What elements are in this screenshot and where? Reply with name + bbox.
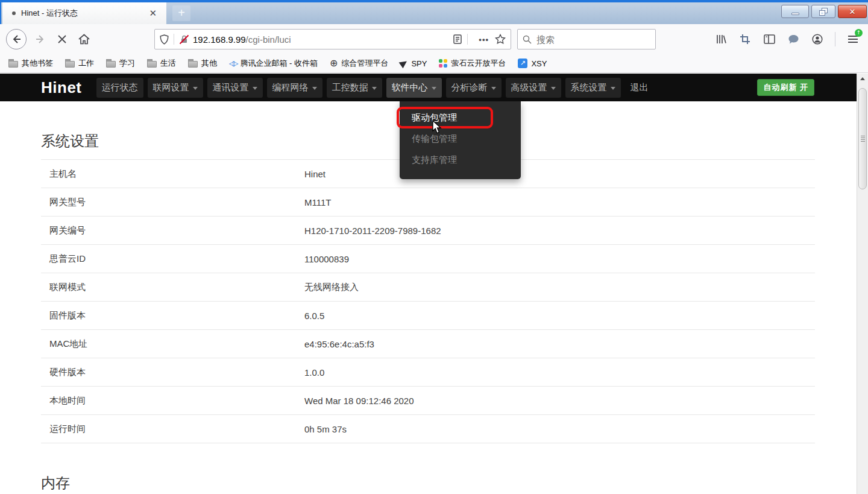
bookmark-label: 生活 — [160, 58, 176, 69]
page-viewport: Hinet 运行状态 联网设置 通讯设置 编程网络 工控数据 — [0, 74, 857, 494]
bookmark-item[interactable]: 其他 — [188, 58, 217, 69]
dropdown-item-transfer-package[interactable]: 传输包管理 — [400, 128, 521, 150]
xsy-icon: ↗ — [518, 59, 527, 68]
table-row: 联网模式 无线网络接入 — [41, 273, 815, 302]
bookmark-item[interactable]: 萤石云开放平台 — [439, 58, 506, 69]
bookmark-label: SPY — [411, 59, 427, 68]
url-text[interactable]: 192.168.9.99/cgi-bin/luci — [193, 34, 453, 45]
bookmark-item[interactable]: 工作 — [65, 58, 94, 69]
bookmark-label: 学习 — [119, 58, 135, 69]
search-bar[interactable] — [517, 29, 656, 49]
chevron-down-icon — [432, 87, 436, 90]
bookmark-label: XSY — [531, 59, 547, 68]
row-value: H120-1710-2011-2209-7989-1682 — [304, 226, 815, 236]
chevron-down-icon — [491, 87, 496, 90]
page-scrollbar[interactable] — [857, 74, 868, 494]
page-actions-icon[interactable]: ••• — [479, 35, 489, 44]
globe-icon: ⊕ — [330, 59, 338, 68]
nav-item-comm-settings[interactable]: 通讯设置 — [207, 78, 263, 98]
tencent-exmail-icon: ◁▷ — [229, 59, 236, 68]
nav-item-network-settings[interactable]: 联网设置 — [148, 78, 203, 98]
url-host: 192.168.9.99 — [193, 34, 246, 45]
bookmark-item[interactable]: 生活 — [147, 58, 176, 69]
toolbar-divider — [835, 32, 835, 46]
close-button[interactable]: ✕ — [838, 5, 867, 18]
bookmark-item[interactable]: ◁▷ 腾讯企业邮箱 - 收件箱 — [229, 58, 318, 69]
software-center-dropdown: 驱动包管理 传输包管理 支持库管理 — [400, 101, 521, 179]
dropdown-item-support-library[interactable]: 支持库管理 — [400, 150, 521, 171]
bookmark-label: 腾讯企业邮箱 - 收件箱 — [240, 58, 318, 69]
bookmark-star-icon[interactable] — [495, 34, 506, 45]
browser-window: Hinet - 运行状态 ✕ + ✕ — [0, 0, 868, 494]
chevron-down-icon — [372, 87, 377, 90]
chevron-down-icon — [253, 87, 257, 90]
search-input[interactable] — [536, 34, 639, 45]
bookmark-item[interactable]: SPY — [400, 59, 427, 68]
nav-item-advanced-settings[interactable]: 高级设置 — [506, 78, 561, 98]
row-label: MAC地址 — [49, 338, 304, 350]
reader-mode-icon[interactable] — [453, 34, 462, 44]
screenshot-crop-icon[interactable] — [736, 30, 754, 48]
chevron-down-icon — [611, 87, 615, 90]
back-button[interactable] — [6, 29, 27, 49]
site-logo[interactable]: Hinet — [41, 78, 82, 97]
table-row: 思普云ID 110000839 — [41, 245, 815, 273]
auto-refresh-toggle[interactable]: 自动刷新 开 — [757, 79, 814, 96]
table-row: MAC地址 e4:95:6e:4c:a5:f3 — [41, 330, 815, 358]
nav-item-software-center[interactable]: 软件中心 — [386, 78, 442, 98]
nav-item-label: 编程网络 — [272, 82, 309, 93]
row-label: 运行时间 — [49, 423, 304, 435]
url-bar[interactable]: 192.168.9.99/cgi-bin/luci ••• — [154, 29, 511, 49]
dropdown-item-driver-package[interactable]: 驱动包管理 — [400, 107, 521, 128]
nav-item-programming-network[interactable]: 编程网络 — [267, 78, 322, 98]
row-label: 联网模式 — [49, 282, 304, 293]
toolbar-right-icons: ↑ — [712, 30, 862, 48]
row-value: Wed Mar 18 09:12:46 2020 — [304, 396, 815, 406]
library-icon[interactable] — [712, 30, 730, 48]
row-value: M111T — [304, 197, 815, 207]
bookmark-item[interactable]: ⊕ 综合管理平台 — [330, 58, 388, 69]
table-row: 网关编号 H120-1710-2011-2209-7989-1682 — [41, 217, 815, 245]
forward-button[interactable] — [31, 30, 49, 48]
nav-item-analysis-diagnosis[interactable]: 分析诊断 — [446, 78, 502, 98]
window-controls: ✕ — [781, 5, 867, 18]
bookmark-label: 综合管理平台 — [341, 58, 388, 69]
folder-icon — [188, 61, 198, 68]
tab-bar: Hinet - 运行状态 ✕ + ✕ — [0, 2, 868, 24]
navigation-toolbar: 192.168.9.99/cgi-bin/luci ••• — [0, 24, 868, 54]
bookmark-item[interactable]: 其他书签 — [8, 58, 53, 69]
tab-close-icon[interactable]: ✕ — [145, 8, 160, 19]
bookmark-item[interactable]: ↗ XSY — [518, 59, 547, 68]
home-button[interactable] — [75, 30, 93, 48]
nav-item-run-status[interactable]: 运行状态 — [96, 78, 143, 98]
menu-hamburger-icon[interactable]: ↑ — [844, 30, 862, 48]
new-tab-button[interactable]: + — [172, 5, 190, 21]
url-path: /cgi-bin/luci — [246, 34, 291, 45]
chevron-down-icon — [312, 87, 317, 90]
scrollbar-thumb[interactable] — [858, 88, 867, 189]
row-value: e4:95:6e:4c:a5:f3 — [304, 339, 815, 349]
browser-tab[interactable]: Hinet - 运行状态 ✕ — [2, 2, 166, 24]
restore-button[interactable] — [811, 5, 835, 18]
bookmark-item[interactable]: 学习 — [106, 58, 135, 69]
table-row: 网关型号 M111T — [41, 188, 815, 217]
scrollbar-up-arrow[interactable] — [857, 74, 868, 84]
chat-bubble-icon[interactable] — [784, 30, 802, 48]
stop-button[interactable] — [53, 30, 71, 48]
sidebar-toggle-icon[interactable] — [760, 30, 778, 48]
nav-item-label: 分析诊断 — [451, 82, 488, 93]
mouse-cursor — [430, 120, 443, 135]
row-value: 6.0.5 — [304, 311, 815, 321]
bookmark-label: 工作 — [78, 58, 94, 69]
row-value: 1.0.0 — [304, 367, 815, 378]
nav-item-logout[interactable]: 退出 — [625, 78, 654, 98]
tracking-shield-icon[interactable] — [160, 34, 169, 45]
row-value: 无线网络接入 — [304, 282, 815, 293]
row-label: 本地时间 — [49, 395, 304, 407]
nav-item-industrial-data[interactable]: 工控数据 — [327, 78, 382, 98]
minimize-button[interactable] — [781, 5, 809, 18]
nav-item-system-settings[interactable]: 系统设置 — [565, 78, 621, 98]
account-icon[interactable] — [808, 30, 826, 48]
insecure-lock-icon[interactable] — [179, 34, 189, 45]
plane-icon — [399, 59, 409, 69]
